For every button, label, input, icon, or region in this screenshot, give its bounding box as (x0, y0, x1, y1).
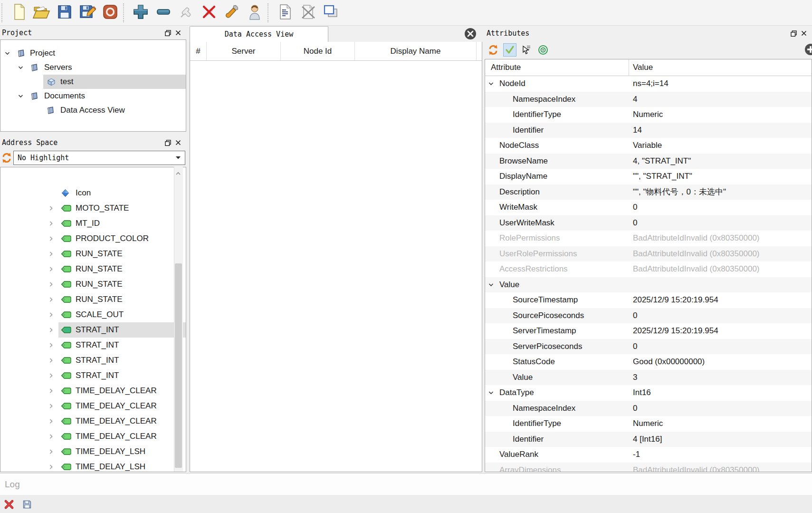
chevron-right-icon[interactable] (48, 251, 54, 257)
add-attribute-icon[interactable] (804, 43, 812, 58)
chevron-right-icon[interactable] (48, 281, 54, 288)
attribute-row-statuscode[interactable]: StatusCodeGood (0x00000000) (485, 354, 812, 370)
close-panel-icon[interactable] (799, 28, 809, 39)
address-space-item-product-color[interactable]: PRODUCT_COLOR (0, 231, 186, 246)
attribute-row-sourcepicoseconds[interactable]: SourcePicoseconds0 (485, 308, 812, 324)
float-panel-icon[interactable] (162, 137, 173, 148)
quit-button[interactable] (99, 1, 122, 24)
chevron-right-icon[interactable] (48, 434, 54, 440)
value-column-header[interactable]: Value (629, 63, 812, 72)
address-space-titlebar[interactable]: Address Space (0, 136, 186, 149)
scroll-up-icon[interactable] (175, 169, 181, 177)
connect-server-button[interactable] (175, 1, 198, 24)
project-tree-item-servers[interactable]: Servers (0, 60, 186, 75)
address-space-item-run-state[interactable]: RUN_STATE (0, 292, 186, 307)
attribute-row-serverpicoseconds[interactable]: ServerPicoseconds0 (485, 339, 812, 355)
attribute-row-identifier[interactable]: Identifier4 [Int16] (485, 432, 812, 447)
chevron-right-icon[interactable] (48, 464, 54, 470)
select-node-cursor-icon[interactable] (520, 43, 533, 57)
log-panel-titlebar[interactable]: Log (0, 473, 812, 495)
close-document-icon[interactable] (464, 28, 477, 40)
attribute-row-namespaceindex[interactable]: NamespaceIndex4 (485, 92, 812, 107)
highlight-filter-dropdown[interactable]: No Highlight (13, 151, 185, 165)
save-button[interactable] (53, 1, 76, 24)
address-space-item-time-delay-clear[interactable]: TIME_DELAY_CLEAR (0, 414, 186, 429)
chevron-right-icon[interactable] (48, 266, 54, 272)
refresh-icon[interactable] (0, 152, 13, 164)
chevron-right-icon[interactable] (48, 403, 54, 409)
close-panel-icon[interactable] (173, 137, 183, 148)
cascade-windows-button[interactable] (319, 1, 342, 24)
project-tree-item-documents[interactable]: Documents (0, 89, 186, 103)
properties-button[interactable] (220, 1, 243, 24)
change-user-button[interactable] (243, 1, 266, 24)
address-space-item-time-delay-clear[interactable]: TIME_DELAY_CLEAR (0, 429, 186, 444)
address-space-item-time-delay-lsh[interactable]: TIME_DELAY_LSH (0, 444, 186, 459)
chevron-down-icon[interactable] (18, 65, 24, 71)
attribute-row-nodeid[interactable]: NodeIdns=4;i=14 (485, 76, 812, 92)
attribute-row-sourcetimestamp[interactable]: SourceTimestamp2025/12/9 15:20:19.954 (485, 292, 812, 308)
column-header-index[interactable]: # (190, 42, 207, 60)
vertical-scrollbar[interactable] (174, 167, 183, 472)
project-tree-item-data-access-view[interactable]: Data Access View (0, 103, 186, 117)
attribute-row-servertimestamp[interactable]: ServerTimestamp2025/12/9 15:20:19.954 (485, 323, 812, 339)
scrollbar-thumb[interactable] (175, 263, 182, 468)
tab-data-access-view[interactable]: Data Access View (190, 26, 328, 42)
attribute-row-displayname[interactable]: DisplayName"", "STRAT_INT" (485, 169, 812, 184)
address-space-item-strat-int[interactable]: STRAT_INT (0, 353, 186, 368)
column-header-server[interactable]: Server (207, 42, 281, 60)
target-icon[interactable] (536, 43, 550, 57)
close-panel-icon[interactable] (173, 28, 183, 38)
address-space-item-run-state[interactable]: RUN_STATE (0, 261, 186, 277)
chevron-right-icon[interactable] (48, 449, 54, 455)
address-space-item-scale-out[interactable]: SCALE_OUT (0, 307, 186, 322)
open-folder-button[interactable] (30, 1, 53, 24)
chevron-down-icon[interactable] (488, 281, 494, 288)
close-document-button[interactable] (296, 1, 319, 24)
attribute-row-description[interactable]: Description"", "物料代号，0：未选中" (485, 184, 812, 200)
chevron-right-icon[interactable] (48, 373, 54, 379)
disconnect-server-button[interactable] (198, 1, 220, 24)
new-file-button[interactable] (8, 1, 30, 24)
chevron-right-icon[interactable] (48, 221, 54, 227)
address-space-item-run-state[interactable]: RUN_STATE (0, 246, 186, 261)
address-space-item-time-delay-clear[interactable]: TIME_DELAY_CLEAR (0, 398, 186, 414)
clear-log-icon[interactable] (3, 498, 15, 511)
attribute-column-header[interactable]: Attribute (485, 59, 629, 76)
attribute-row-value[interactable]: Value (485, 277, 812, 293)
add-server-button[interactable] (129, 1, 152, 24)
attribute-row-arraydimensions[interactable]: ArrayDimensionsBadAttributeIdInvalid (0x… (485, 463, 812, 473)
remove-server-button[interactable] (152, 1, 175, 24)
chevron-right-icon[interactable] (48, 327, 54, 333)
address-space-item-time-delay-lsh[interactable]: TIME_DELAY_LSH (0, 459, 186, 472)
chevron-right-icon[interactable] (48, 312, 54, 318)
attributes-titlebar[interactable]: Attributes (485, 26, 812, 40)
address-space-item-strat-int[interactable]: STRAT_INT (0, 368, 186, 383)
address-space-item-mt-id[interactable]: MT_ID (0, 216, 186, 231)
address-space-item-icon[interactable]: Icon (0, 185, 186, 201)
attribute-row-userwritemask[interactable]: UserWriteMask0 (485, 215, 812, 231)
attribute-row-namespaceindex[interactable]: NamespaceIndex0 (485, 401, 812, 416)
attribute-row-identifier[interactable]: Identifier14 (485, 123, 812, 138)
column-header-nodeid[interactable]: Node Id (281, 42, 355, 60)
chevron-right-icon[interactable] (48, 342, 54, 348)
address-space-item-time-delay-clear[interactable]: TIME_DELAY_CLEAR (0, 383, 186, 398)
address-space-item-run-state[interactable]: RUN_STATE (0, 277, 186, 292)
refresh-attributes-icon[interactable] (487, 43, 500, 57)
project-panel-titlebar[interactable]: Project (0, 26, 186, 39)
chevron-right-icon[interactable] (48, 297, 54, 303)
chevron-down-icon[interactable] (488, 390, 494, 396)
attribute-row-rolepermissions[interactable]: RolePermissionsBadAttributeIdInvalid (0x… (485, 231, 812, 246)
float-panel-icon[interactable] (788, 28, 799, 39)
column-header-displayname[interactable]: Display Name (355, 42, 477, 60)
attribute-row-browsename[interactable]: BrowseName4, "STRAT_INT" (485, 154, 812, 169)
chevron-right-icon[interactable] (48, 388, 54, 394)
chevron-right-icon[interactable] (48, 236, 54, 242)
attribute-row-writemask[interactable]: WriteMask0 (485, 200, 812, 215)
chevron-right-icon[interactable] (48, 205, 54, 212)
attribute-row-nodeclass[interactable]: NodeClassVariable (485, 138, 812, 154)
attribute-row-userrolepermissions[interactable]: UserRolePermissionsBadAttributeIdInvalid… (485, 246, 812, 262)
chevron-right-icon[interactable] (48, 358, 54, 364)
address-space-item-strat-int[interactable]: STRAT_INT (0, 338, 186, 353)
address-space-item-strat-int[interactable]: STRAT_INT (0, 322, 186, 338)
